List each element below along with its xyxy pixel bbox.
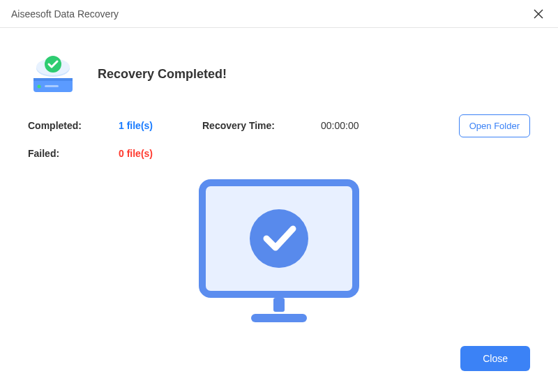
svg-rect-11 (251, 314, 307, 322)
failed-value: 0 file(s) (119, 148, 202, 159)
open-folder-button[interactable]: Open Folder (459, 114, 530, 137)
stats-area: Open Folder Completed: 1 file(s) Recover… (28, 120, 530, 159)
page-title: Recovery Completed! (98, 67, 227, 82)
footer: Close (0, 346, 558, 371)
svg-rect-5 (45, 85, 59, 87)
failed-label: Failed: (28, 148, 119, 159)
drive-success-icon (28, 49, 78, 99)
close-icon[interactable] (530, 6, 547, 22)
monitor-illustration (28, 176, 530, 329)
recovery-time-label: Recovery Time: (202, 120, 321, 131)
svg-point-13 (250, 209, 308, 268)
svg-rect-3 (33, 78, 73, 81)
titlebar: Aiseesoft Data Recovery (0, 0, 558, 28)
completed-row: Completed: 1 file(s) Recovery Time: 00:0… (28, 120, 530, 131)
header-row: Recovery Completed! (28, 49, 530, 99)
completed-value: 1 file(s) (119, 120, 202, 131)
content-area: Recovery Completed! Open Folder Complete… (0, 28, 558, 343)
svg-point-4 (38, 85, 41, 89)
window-title: Aiseesoft Data Recovery (11, 8, 119, 20)
monitor-checkmark-icon (188, 176, 370, 329)
recovery-time-value: 00:00:00 (321, 120, 359, 131)
completed-label: Completed: (28, 120, 119, 131)
close-button[interactable]: Close (460, 346, 530, 371)
failed-row: Failed: 0 file(s) (28, 148, 530, 159)
svg-rect-10 (273, 298, 285, 312)
